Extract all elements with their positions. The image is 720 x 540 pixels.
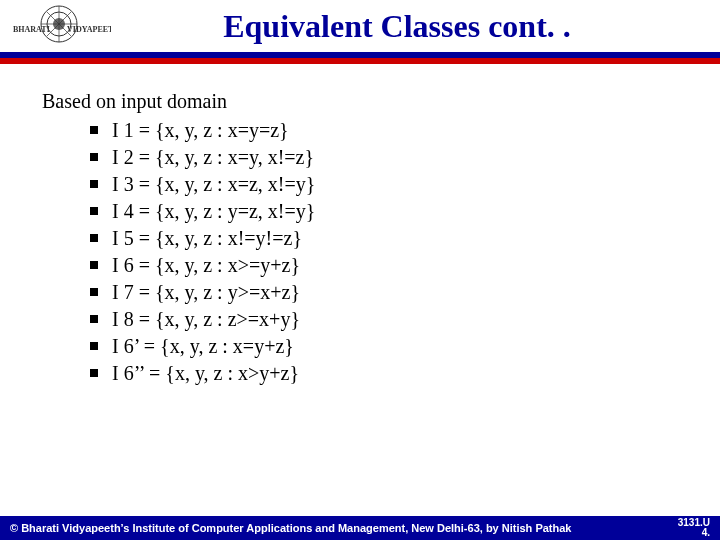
slide-header: BHARATI VIDYAPEETH Equivalent Classes co… [0,0,720,58]
slide-content: Based on input domain I 1 = {x, y, z : x… [0,58,720,387]
page-number: 3131.U 4. [678,518,710,538]
list-item: I 6 = {x, y, z : x>=y+z} [90,252,690,279]
list-item: I 8 = {x, y, z : z>=x+y} [90,306,690,333]
equivalence-class-list: I 1 = {x, y, z : x=y=z} I 2 = {x, y, z :… [42,117,690,387]
list-item: I 3 = {x, y, z : x=z, x!=y} [90,171,690,198]
intro-text: Based on input domain [42,88,690,115]
slide-title: Equivalent Classes cont. . [114,8,720,45]
list-item: I 6’ = {x, y, z : x=y+z} [90,333,690,360]
svg-text:BHARATI: BHARATI [13,25,50,34]
list-item: I 6’’ = {x, y, z : x>y+z} [90,360,690,387]
list-item: I 5 = {x, y, z : x!=y!=z} [90,225,690,252]
slide-footer: © Bharati Vidyapeeth’s Institute of Comp… [0,516,720,540]
list-item: I 7 = {x, y, z : y>=x+z} [90,279,690,306]
list-item: I 1 = {x, y, z : x=y=z} [90,117,690,144]
institution-logo: BHARATI VIDYAPEETH [4,0,114,52]
svg-text:VIDYAPEETH: VIDYAPEETH [67,25,111,34]
copyright-text: © Bharati Vidyapeeth’s Institute of Comp… [10,522,571,534]
list-item: I 2 = {x, y, z : x=y, x!=z} [90,144,690,171]
list-item: I 4 = {x, y, z : y=z, x!=y} [90,198,690,225]
